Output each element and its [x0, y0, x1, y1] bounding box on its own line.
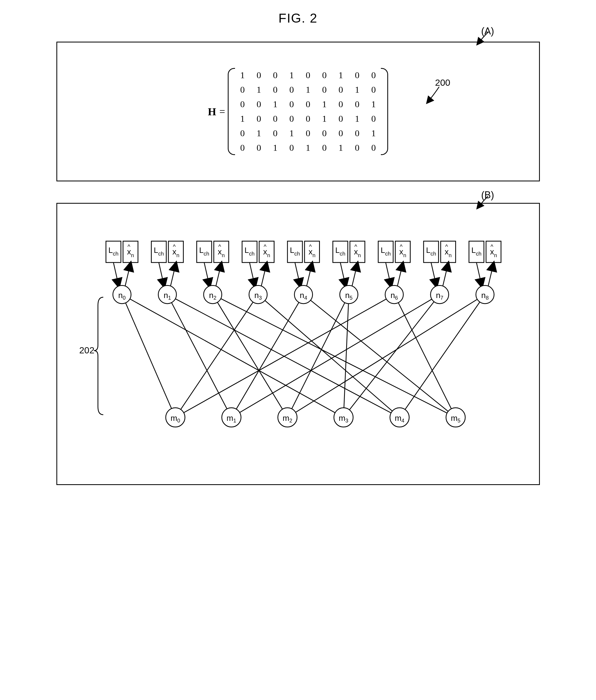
matrix-cell: 0: [234, 126, 251, 141]
arrow-in: [476, 262, 482, 286]
matrix-cell: 1: [316, 97, 333, 111]
matrix-cell: 1: [251, 126, 267, 141]
matrix-cell: 0: [267, 68, 283, 82]
edge: [167, 295, 400, 417]
matrix-cell: 0: [251, 141, 267, 155]
arrow-in: [385, 262, 391, 286]
matrix-cell: 0: [300, 68, 316, 82]
matrix-cell: 0: [349, 141, 365, 155]
matrix-cell: 1: [349, 111, 365, 126]
matrix-cell: 0: [283, 141, 300, 155]
matrix-cell: 0: [333, 97, 349, 111]
matrix-cell: 1: [251, 82, 267, 97]
edge: [175, 295, 394, 417]
edge: [231, 295, 303, 417]
matrix-H: H = 100100100010010010001001001100001010…: [73, 58, 523, 165]
matrix-cell: 1: [333, 141, 349, 155]
arrow-out: [443, 264, 448, 286]
arrow-out: [307, 264, 312, 286]
matrix-cell: 1: [283, 126, 300, 141]
matrix-cell: 0: [300, 126, 316, 141]
matrix-cell: 0: [333, 82, 349, 97]
arrow-in: [204, 262, 209, 286]
matrix-cell: 0: [349, 97, 365, 111]
matrix-cell: 0: [349, 68, 365, 82]
matrix-cell: 0: [365, 111, 382, 126]
matrix-cell: 0: [316, 141, 333, 155]
edge: [287, 295, 349, 417]
matrix-cell: 1: [333, 68, 349, 82]
matrix-cell: 1: [365, 97, 382, 111]
arrow-out: [170, 264, 176, 286]
matrix-cell: 1: [300, 82, 316, 97]
matrix-cell: 0: [333, 126, 349, 141]
matrix-cell: 1: [349, 82, 365, 97]
tanner-graph: 202 Lch^xnn0Lch^xnn1Lch^xnn2Lch^xnn3Lch^…: [68, 215, 528, 473]
arrow-out: [397, 264, 403, 286]
matrix-cell: 0: [283, 82, 300, 97]
arrow-out: [125, 264, 131, 286]
matrix-cell: 1: [300, 141, 316, 155]
arrow-in: [431, 262, 436, 286]
matrix-cell: 0: [333, 111, 349, 126]
matrix-cell: 0: [365, 82, 382, 97]
edge: [399, 295, 485, 417]
figure-title: FIG. 2: [11, 11, 585, 26]
arrow-in: [159, 262, 164, 286]
matrix-cell: 1: [267, 97, 283, 111]
matrix-cell: 0: [234, 141, 251, 155]
matrix-cell: 0: [251, 97, 267, 111]
edge: [167, 295, 232, 417]
matrix-cell: 0: [316, 82, 333, 97]
matrix-cell: 0: [283, 97, 300, 111]
ref-202: 202: [79, 345, 94, 355]
edge: [212, 295, 455, 417]
matrix-cell: 1: [283, 68, 300, 82]
arrow-in: [250, 262, 255, 286]
edge: [122, 295, 343, 417]
matrix-cell: 1: [316, 111, 333, 126]
matrix-cell: 0: [267, 82, 283, 97]
matrix-cell: 1: [234, 111, 251, 126]
edge: [122, 295, 175, 417]
matrix-name: H: [208, 105, 216, 118]
edge: [287, 295, 485, 417]
matrix-cell: 0: [267, 111, 283, 126]
matrix-cell: 0: [300, 111, 316, 126]
matrix-cell: 0: [300, 97, 316, 111]
edge: [258, 295, 399, 417]
matrix-cell: 0: [234, 97, 251, 111]
edge: [303, 295, 455, 417]
edge: [212, 295, 287, 417]
arrow-out: [488, 264, 493, 286]
edge: [231, 295, 439, 417]
matrix-cell: 0: [283, 111, 300, 126]
arrow-in: [340, 262, 346, 286]
arrow-in: [113, 262, 119, 286]
arrow-out: [352, 264, 357, 286]
matrix-cell: 0: [349, 126, 365, 141]
arrow-in: [295, 262, 300, 286]
matrix-cell: 0: [365, 141, 382, 155]
matrix-cell: 0: [234, 82, 251, 97]
matrix-cell: 0: [365, 68, 382, 82]
panel-a: 200 H = 10010010001001001000100100110000…: [56, 42, 540, 181]
matrix-cell: 0: [316, 126, 333, 141]
matrix-cell: 0: [251, 68, 267, 82]
edge: [175, 295, 258, 417]
panel-a-label: (A): [481, 26, 494, 37]
arrow-out: [261, 264, 266, 286]
panel-b: 202 Lch^xnn0Lch^xnn1Lch^xnn2Lch^xnn3Lch^…: [56, 203, 540, 485]
matrix-cell: 0: [267, 126, 283, 141]
panel-b-label: (B): [481, 190, 494, 201]
matrix-table: 1001001000100100100010010011000010100101…: [234, 68, 382, 155]
matrix-cell: 0: [316, 68, 333, 82]
matrix-cell: 1: [365, 126, 382, 141]
arrow-out: [216, 264, 221, 286]
edge: [343, 295, 348, 417]
matrix-cell: 0: [251, 111, 267, 126]
matrix-cell: 1: [234, 68, 251, 82]
matrix-cell: 1: [267, 141, 283, 155]
